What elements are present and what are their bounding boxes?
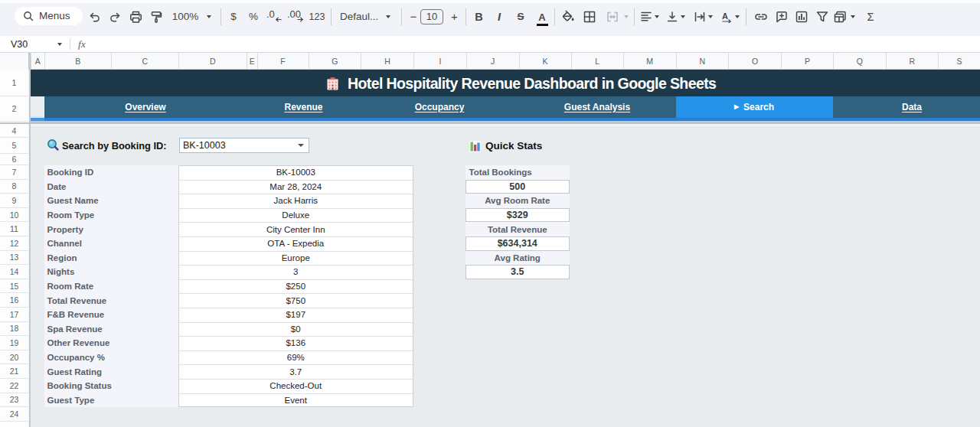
svg-text:A: A [722, 11, 728, 21]
